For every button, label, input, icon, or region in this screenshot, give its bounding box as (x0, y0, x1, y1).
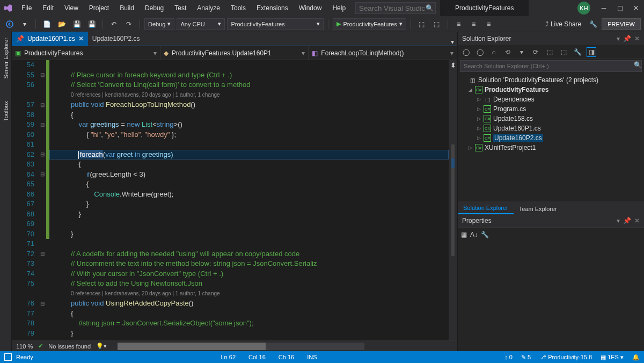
config-dropdown[interactable]: Debug▾ (144, 18, 174, 30)
solution-tree[interactable]: ◫Solution 'ProductivityFeatures' (2 proj… (458, 73, 644, 201)
categorize-icon[interactable]: ▦ (461, 231, 467, 238)
zoom-level[interactable]: 110 % (16, 343, 33, 350)
menu-file[interactable]: File (16, 1, 37, 15)
tree-item[interactable]: ▷C#Update160P1.cs (461, 124, 641, 133)
menu-window[interactable]: Window (294, 1, 327, 15)
nav-member[interactable]: ◧ForeachLoopToLinqMethod()▾ (309, 46, 457, 60)
tab-server-explorer[interactable]: Server Explorer (2, 34, 10, 82)
pin-icon[interactable]: 📌 (623, 35, 631, 42)
collapse-icon[interactable]: ⬚ (545, 47, 554, 57)
lightbulb-icon[interactable]: 💡▾ (96, 343, 107, 350)
solution-node[interactable]: ◫Solution 'ProductivityFeatures' (2 proj… (461, 75, 641, 85)
doc-tab[interactable]: Update160P2.cs (88, 32, 144, 46)
status-upload[interactable]: ↑ 0 (504, 354, 513, 360)
tab-team-explorer[interactable]: Team Explorer (514, 204, 562, 214)
menu-analyze[interactable]: Analyze (192, 1, 225, 15)
pin-icon[interactable]: 📌 (623, 217, 631, 224)
solution-search-input[interactable] (460, 60, 642, 72)
new-project-icon[interactable]: 📄 (40, 18, 53, 31)
save-all-icon[interactable]: 💾 (85, 18, 98, 31)
platform-dropdown[interactable]: Any CPU▾ (177, 18, 225, 30)
status-col[interactable]: Col 16 (248, 354, 266, 360)
run-button[interactable]: ▶ProductivityFeatures▾ (333, 18, 406, 30)
filter-icon[interactable]: ▾ (517, 47, 526, 57)
comment-icon[interactable]: ≡ (482, 18, 495, 31)
user-avatar[interactable]: KH (577, 2, 590, 14)
preview-button[interactable]: PREVIEW (602, 18, 641, 30)
alpha-icon[interactable]: A↓ (470, 231, 478, 238)
menu-extensions[interactable]: Extensions (251, 1, 294, 15)
close-panel-icon[interactable]: ✕ (634, 35, 640, 42)
menu-tools[interactable]: Tools (225, 1, 251, 15)
fwd-icon[interactable]: ◯ (475, 47, 485, 57)
sync-icon[interactable]: ⟲ (503, 47, 513, 57)
nav-fwd-button[interactable]: ▾ (18, 18, 31, 31)
menu-build[interactable]: Build (114, 1, 140, 15)
step-icon[interactable]: ⬚ (415, 18, 428, 31)
codelens[interactable]: 0 references | kendrahavens, 20 days ago… (49, 90, 449, 100)
status-ch[interactable]: Ch 16 (279, 354, 294, 360)
status-lang[interactable]: ▦ 1ES ▾ (601, 354, 624, 361)
tab-overflow-icon[interactable]: ▾ (451, 38, 454, 46)
indent-icon[interactable]: ≡ (452, 18, 465, 31)
tab-solution-explorer[interactable]: Solution Explorer (458, 202, 514, 214)
status-line[interactable]: Ln 62 (221, 354, 236, 360)
close-tab-icon[interactable]: ✕ (78, 35, 84, 42)
status-rect-icon[interactable] (4, 353, 12, 361)
startup-dropdown[interactable]: ProductivityFeatures▾ (227, 18, 324, 30)
status-branch[interactable]: ⎇ Productivity-15.8 (539, 354, 592, 361)
show-all-icon[interactable]: ⬚ (559, 47, 568, 57)
doc-tab-label: Update160P1.cs (27, 35, 75, 42)
home-icon[interactable]: ⌂ (489, 47, 499, 57)
menu-test[interactable]: Test (169, 1, 192, 15)
split-icon[interactable]: ⬍ (450, 61, 456, 69)
liveshare-button[interactable]: ⤴Live Share (545, 20, 581, 28)
notifications-icon[interactable]: 🔔 (632, 354, 640, 361)
dropdown-icon[interactable]: ▾ (617, 217, 620, 224)
outdent-icon[interactable]: ≡ (467, 18, 480, 31)
nav-scope[interactable]: ▣ProductivityFeatures▾ (12, 46, 160, 60)
tree-item[interactable]: ▷C#Update160P2.cs (461, 133, 641, 143)
tree-item[interactable]: ▷C#Program.cs (461, 104, 641, 114)
menu-edit[interactable]: Edit (37, 1, 59, 15)
tree-item[interactable]: ▷⬚Dependencies (461, 95, 641, 104)
minimize-button[interactable]: ─ (596, 0, 612, 16)
properties-icon[interactable]: 🔧 (573, 47, 582, 57)
code-body[interactable]: // Place cursor in foreach keyword and t… (49, 60, 449, 340)
doc-tab-active[interactable]: 📌 Update160P1.cs ✕ (12, 32, 88, 46)
title-search-input[interactable] (355, 2, 436, 14)
pin-icon[interactable]: 📌 (16, 35, 24, 42)
save-icon[interactable]: 💾 (70, 18, 83, 31)
props-wrench-icon[interactable]: 🔧 (481, 231, 489, 238)
menu-debug[interactable]: Debug (140, 1, 169, 15)
refresh-icon[interactable]: ⟳ (531, 47, 540, 57)
horizontal-scrollbar[interactable] (118, 343, 364, 350)
menu-help[interactable]: Help (327, 1, 351, 15)
open-file-icon[interactable]: 📂 (55, 18, 68, 31)
project-node[interactable]: ◢C#ProductivityFeatures (461, 85, 641, 95)
search-icon[interactable]: 🔍 (634, 61, 642, 69)
step-icon-2[interactable]: ⬚ (430, 18, 443, 31)
nav-back-button[interactable] (3, 18, 16, 31)
close-panel-icon[interactable]: ✕ (634, 217, 640, 224)
maximize-button[interactable]: ▢ (612, 0, 628, 16)
redo-icon[interactable]: ↷ (122, 18, 135, 31)
code-editor[interactable]: 545556 575859606162636465666768697071727… (12, 60, 457, 340)
codelens[interactable]: 0 references | kendrahavens, 20 days ago… (49, 289, 449, 299)
back-icon[interactable]: ◯ (461, 47, 471, 57)
tab-toolbox[interactable]: Toolbox (2, 98, 10, 125)
dropdown-icon[interactable]: ▾ (617, 35, 620, 42)
menu-view[interactable]: View (59, 1, 84, 15)
status-errors[interactable]: ✎ 5 (521, 354, 531, 361)
status-ins[interactable]: INS (307, 354, 317, 360)
editor-overview-ruler[interactable]: ⬍ (449, 60, 457, 340)
project-node[interactable]: ▷C#XUnitTestProject1 (461, 143, 641, 153)
menu-project[interactable]: Project (84, 1, 114, 15)
nav-type[interactable]: ◆ProductivityFeatures.Update160P1▾ (160, 46, 309, 60)
preview-icon[interactable]: ◨ (587, 47, 596, 57)
search-icon[interactable]: 🔍 (426, 4, 434, 12)
close-button[interactable]: ✕ (628, 0, 644, 16)
undo-icon[interactable]: ↶ (107, 18, 120, 31)
feedback-icon[interactable]: 🔧 (587, 18, 599, 31)
tree-item[interactable]: ▷C#Update158.cs (461, 114, 641, 124)
